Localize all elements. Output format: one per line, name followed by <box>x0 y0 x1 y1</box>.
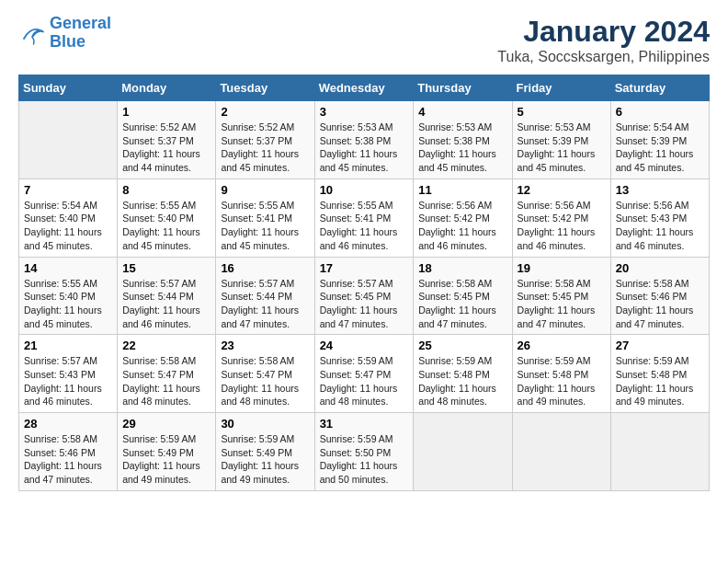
calendar-cell: 8Sunrise: 5:55 AMSunset: 5:40 PMDaylight… <box>118 178 216 257</box>
day-info: Sunrise: 5:56 AMSunset: 5:43 PMDaylight:… <box>616 199 704 253</box>
calendar-cell: 4Sunrise: 5:53 AMSunset: 5:38 PMDaylight… <box>414 101 512 179</box>
day-info: Sunrise: 5:58 AMSunset: 5:45 PMDaylight:… <box>418 277 506 331</box>
day-info: Sunrise: 5:55 AMSunset: 5:41 PMDaylight:… <box>320 199 409 253</box>
day-number: 19 <box>518 261 606 275</box>
calendar-cell <box>414 413 512 491</box>
calendar-cell: 3Sunrise: 5:53 AMSunset: 5:38 PMDaylight… <box>314 101 414 179</box>
calendar-cell: 27Sunrise: 5:59 AMSunset: 5:48 PMDayligh… <box>610 335 709 413</box>
day-info: Sunrise: 5:53 AMSunset: 5:38 PMDaylight:… <box>418 121 506 175</box>
day-number: 22 <box>122 339 210 352</box>
day-number: 17 <box>320 261 409 275</box>
day-info: Sunrise: 5:56 AMSunset: 5:42 PMDaylight:… <box>518 199 606 253</box>
day-number: 4 <box>418 105 506 119</box>
calendar-cell: 29Sunrise: 5:59 AMSunset: 5:49 PMDayligh… <box>118 413 216 491</box>
calendar-cell <box>512 413 610 491</box>
day-number: 20 <box>616 261 704 275</box>
calendar-body: 1Sunrise: 5:52 AMSunset: 5:37 PMDaylight… <box>19 101 710 491</box>
calendar-cell: 12Sunrise: 5:56 AMSunset: 5:42 PMDayligh… <box>512 178 610 257</box>
calendar-cell <box>19 101 118 179</box>
col-tuesday: Tuesday <box>216 75 314 101</box>
day-info: Sunrise: 5:55 AMSunset: 5:40 PMDaylight:… <box>24 277 112 331</box>
day-info: Sunrise: 5:59 AMSunset: 5:47 PMDaylight:… <box>320 354 409 408</box>
calendar-cell: 2Sunrise: 5:52 AMSunset: 5:37 PMDaylight… <box>216 101 314 179</box>
calendar-cell: 7Sunrise: 5:54 AMSunset: 5:40 PMDaylight… <box>19 178 118 257</box>
calendar-cell: 16Sunrise: 5:57 AMSunset: 5:44 PMDayligh… <box>216 257 314 335</box>
calendar-week-4: 28Sunrise: 5:58 AMSunset: 5:46 PMDayligh… <box>19 413 710 491</box>
day-info: Sunrise: 5:59 AMSunset: 5:49 PMDaylight:… <box>122 432 210 487</box>
day-info: Sunrise: 5:58 AMSunset: 5:47 PMDaylight:… <box>122 354 210 408</box>
col-wednesday: Wednesday <box>314 75 414 101</box>
calendar-header: Sunday Monday Tuesday Wednesday Thursday… <box>19 75 710 101</box>
calendar-cell: 6Sunrise: 5:54 AMSunset: 5:39 PMDaylight… <box>610 101 709 179</box>
calendar-cell: 20Sunrise: 5:58 AMSunset: 5:46 PMDayligh… <box>610 257 709 335</box>
day-number: 1 <box>122 105 210 119</box>
calendar-cell <box>610 413 709 491</box>
calendar-cell: 31Sunrise: 5:59 AMSunset: 5:50 PMDayligh… <box>314 413 414 491</box>
day-info: Sunrise: 5:52 AMSunset: 5:37 PMDaylight:… <box>221 121 309 175</box>
header-row: Sunday Monday Tuesday Wednesday Thursday… <box>19 75 710 101</box>
calendar-cell: 28Sunrise: 5:58 AMSunset: 5:46 PMDayligh… <box>19 413 118 491</box>
day-number: 13 <box>616 183 704 197</box>
calendar-table: Sunday Monday Tuesday Wednesday Thursday… <box>18 75 710 491</box>
day-number: 9 <box>221 183 309 197</box>
calendar-week-2: 14Sunrise: 5:55 AMSunset: 5:40 PMDayligh… <box>19 257 710 335</box>
calendar-cell: 5Sunrise: 5:53 AMSunset: 5:39 PMDaylight… <box>512 101 610 179</box>
day-number: 11 <box>418 183 506 197</box>
day-number: 10 <box>320 183 409 197</box>
day-info: Sunrise: 5:57 AMSunset: 5:44 PMDaylight:… <box>221 277 309 331</box>
day-info: Sunrise: 5:58 AMSunset: 5:46 PMDaylight:… <box>616 277 704 331</box>
day-info: Sunrise: 5:55 AMSunset: 5:40 PMDaylight:… <box>122 199 210 253</box>
day-info: Sunrise: 5:54 AMSunset: 5:40 PMDaylight:… <box>24 199 112 253</box>
page-title: January 2024 <box>497 15 710 49</box>
col-thursday: Thursday <box>414 75 512 101</box>
calendar-cell: 30Sunrise: 5:59 AMSunset: 5:49 PMDayligh… <box>216 413 314 491</box>
title-block: January 2024 Tuka, Soccsksargen, Philipp… <box>497 15 710 65</box>
calendar-cell: 1Sunrise: 5:52 AMSunset: 5:37 PMDaylight… <box>118 101 216 179</box>
day-number: 2 <box>221 105 309 119</box>
calendar-cell: 11Sunrise: 5:56 AMSunset: 5:42 PMDayligh… <box>414 178 512 257</box>
calendar-week-3: 21Sunrise: 5:57 AMSunset: 5:43 PMDayligh… <box>19 335 710 413</box>
day-info: Sunrise: 5:59 AMSunset: 5:49 PMDaylight:… <box>221 432 309 487</box>
calendar-cell: 10Sunrise: 5:55 AMSunset: 5:41 PMDayligh… <box>314 178 414 257</box>
col-sunday: Sunday <box>19 75 118 101</box>
logo-text: General Blue <box>50 15 111 52</box>
day-info: Sunrise: 5:58 AMSunset: 5:46 PMDaylight:… <box>24 432 112 487</box>
day-info: Sunrise: 5:52 AMSunset: 5:37 PMDaylight:… <box>122 121 210 175</box>
calendar-cell: 23Sunrise: 5:58 AMSunset: 5:47 PMDayligh… <box>216 335 314 413</box>
day-info: Sunrise: 5:56 AMSunset: 5:42 PMDaylight:… <box>418 199 506 253</box>
calendar-cell: 22Sunrise: 5:58 AMSunset: 5:47 PMDayligh… <box>118 335 216 413</box>
logo: General Blue <box>18 15 111 52</box>
day-info: Sunrise: 5:57 AMSunset: 5:45 PMDaylight:… <box>320 277 409 331</box>
day-number: 30 <box>221 417 309 431</box>
col-monday: Monday <box>118 75 216 101</box>
day-number: 8 <box>122 183 210 197</box>
calendar-cell: 17Sunrise: 5:57 AMSunset: 5:45 PMDayligh… <box>314 257 414 335</box>
day-number: 31 <box>320 417 409 431</box>
calendar-cell: 14Sunrise: 5:55 AMSunset: 5:40 PMDayligh… <box>19 257 118 335</box>
calendar-cell: 19Sunrise: 5:58 AMSunset: 5:45 PMDayligh… <box>512 257 610 335</box>
day-number: 28 <box>24 417 112 431</box>
day-number: 25 <box>418 339 506 352</box>
calendar-week-0: 1Sunrise: 5:52 AMSunset: 5:37 PMDaylight… <box>19 101 710 179</box>
calendar-cell: 13Sunrise: 5:56 AMSunset: 5:43 PMDayligh… <box>610 178 709 257</box>
col-saturday: Saturday <box>610 75 709 101</box>
day-number: 16 <box>221 261 309 275</box>
logo-icon <box>18 19 46 47</box>
day-number: 26 <box>518 339 606 352</box>
day-info: Sunrise: 5:57 AMSunset: 5:43 PMDaylight:… <box>24 354 112 408</box>
day-number: 3 <box>320 105 409 119</box>
day-number: 7 <box>24 183 112 197</box>
day-number: 27 <box>616 339 704 352</box>
day-info: Sunrise: 5:58 AMSunset: 5:47 PMDaylight:… <box>221 354 309 408</box>
page-subtitle: Tuka, Soccsksargen, Philippines <box>497 49 710 65</box>
day-info: Sunrise: 5:53 AMSunset: 5:38 PMDaylight:… <box>320 121 409 175</box>
day-info: Sunrise: 5:59 AMSunset: 5:48 PMDaylight:… <box>616 354 704 408</box>
day-info: Sunrise: 5:58 AMSunset: 5:45 PMDaylight:… <box>518 277 606 331</box>
day-info: Sunrise: 5:59 AMSunset: 5:50 PMDaylight:… <box>320 432 409 487</box>
day-info: Sunrise: 5:59 AMSunset: 5:48 PMDaylight:… <box>418 354 506 408</box>
day-number: 21 <box>24 339 112 352</box>
calendar-cell: 25Sunrise: 5:59 AMSunset: 5:48 PMDayligh… <box>414 335 512 413</box>
calendar-cell: 26Sunrise: 5:59 AMSunset: 5:48 PMDayligh… <box>512 335 610 413</box>
day-number: 24 <box>320 339 409 352</box>
calendar-cell: 24Sunrise: 5:59 AMSunset: 5:47 PMDayligh… <box>314 335 414 413</box>
